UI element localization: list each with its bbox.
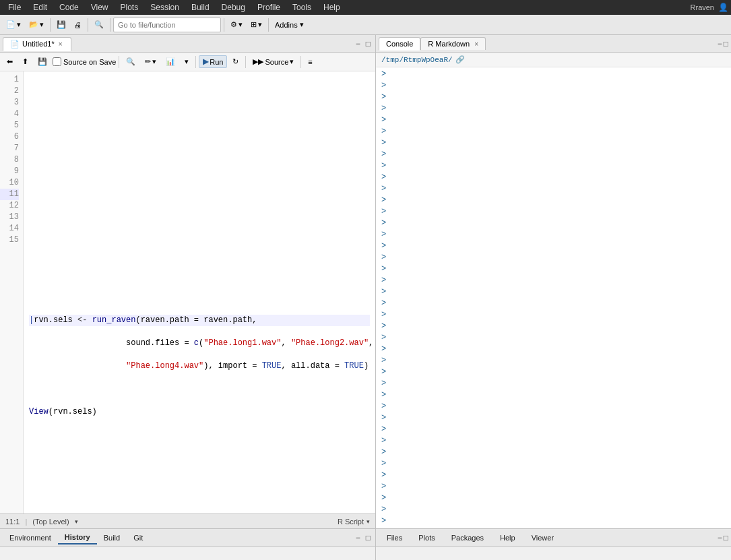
console-prompt-18: > [381,263,726,275]
code-line-7 [29,223,370,235]
code-content[interactable]: |rvn.sels <- run_raven(raven.path = rave… [24,71,375,514]
menu-profile[interactable]: Profile [252,1,286,13]
code-line-14 [29,383,370,395]
console-prompt-35: > [381,458,726,470]
tab-plots[interactable]: Plots [410,532,443,544]
rmarkdown-tab-close[interactable]: × [474,40,478,48]
menu-tools[interactable]: Tools [287,1,317,13]
tab-environment[interactable]: Environment [3,532,58,544]
go-back-button[interactable]: ⬅ [3,55,17,68]
new-file-icon: 📄 [6,20,15,29]
editor-tab-actions: − □ [354,38,373,49]
open-file-button[interactable]: 📂▾ [26,18,47,31]
more-options-button[interactable]: ≡ [304,56,316,68]
console-minimize-button[interactable]: − [718,39,722,49]
code-tools-button[interactable]: ✏▾ [141,55,160,68]
tab-history[interactable]: History [58,531,97,545]
new-file-button[interactable]: 📄▾ [3,18,24,31]
code-line-3 [29,131,370,143]
code-line-5 [29,177,370,189]
console-content[interactable]: > > > > > > > > > > > > > > > > > > > > … [376,67,731,528]
chunk-options-button[interactable]: ▾ [181,55,193,68]
editor-minimize-button[interactable]: − [354,38,362,49]
addins-dropdown[interactable]: Addins ▾ [272,18,307,31]
menu-build[interactable]: Build [186,1,215,13]
menu-help[interactable]: Help [318,1,346,13]
run-tools-button[interactable]: ⚙▾ [227,18,246,31]
status-sep: | [25,518,27,526]
rmarkdown-tab-label: R Markdown [428,40,470,48]
code-editor[interactable]: 12345 678910 11 12131415 |rvn.sels <- ru… [0,71,375,514]
script-type-dropdown-icon[interactable]: ▾ [367,518,370,525]
tab-files[interactable]: Files [379,532,410,544]
run-tools-icon: ⚙ [230,20,237,29]
ed-sep-1 [119,56,119,68]
console-prompt-29: > [381,390,726,401]
compile-button[interactable]: 📊 [162,55,179,68]
menu-session[interactable]: Session [145,1,185,13]
tab-help[interactable]: Help [492,532,523,544]
console-prompt-15: > [381,229,726,241]
editor-tab-close[interactable]: × [57,40,64,48]
menu-file[interactable]: File [3,1,26,13]
console-prompt-10: > [381,172,726,183]
code-line-6 [29,200,370,212]
source-button[interactable]: ▶▶ Source ▾ [249,55,298,68]
console-prompt-27: > [381,367,726,378]
editor-tab-untitled1[interactable]: 📄 Untitled1* × [3,37,71,51]
source-on-save-label[interactable]: Source on Save [53,57,116,66]
console-prompt-3: > [381,92,726,103]
addins-label: Addins [275,21,298,29]
console-prompt-19: > [381,275,726,286]
bottom-editor-minimize-button[interactable]: − [354,532,362,543]
console-prompt-34: > [381,447,726,458]
run-tools-dropdown: ▾ [239,20,243,29]
console-prompt-14: > [381,218,726,229]
console-prompt-1: > [381,69,726,80]
grid-view-button[interactable]: ⊞▾ [247,18,265,31]
console-prompt-31: > [381,412,726,424]
console-tab-rmarkdown[interactable]: R Markdown × [420,37,486,50]
console-bottom-minimize-button[interactable]: − [718,533,722,542]
console-bottom-maximize-button[interactable]: □ [724,533,728,542]
show-in-new-window-button[interactable]: ⬆ [18,55,32,68]
toolbar-sep-4 [224,18,224,32]
ed-sep-3 [245,56,246,68]
console-prompt-25: > [381,344,726,355]
level-dropdown-icon[interactable]: ▾ [75,518,78,525]
editor-maximize-button[interactable]: □ [364,38,373,49]
console-path: /tmp/RtmpWpOeaR/ [381,56,453,64]
run-button[interactable]: ▶ Run [199,55,227,68]
console-tab-actions: − □ [718,39,728,49]
source-on-save-checkbox[interactable] [53,57,61,66]
menu-debug[interactable]: Debug [216,1,251,13]
run-arrow-icon: ▶ [203,57,208,66]
menu-code[interactable]: Code [54,1,84,13]
find-replace-button[interactable]: 🔍 [122,55,139,68]
find-button[interactable]: 🔍 [91,18,107,31]
status-level[interactable]: (Top Level) [32,518,69,526]
goto-input[interactable] [113,18,221,32]
console-path-link-icon[interactable]: 🔗 [455,55,465,64]
menu-plots[interactable]: Plots [115,1,144,13]
console-prompt-8: > [381,149,726,160]
save-button[interactable]: 💾 [53,18,69,31]
editor-tab-bar: 📄 Untitled1* × − □ [0,35,375,53]
console-tab-console[interactable]: Console [379,37,420,51]
tab-build[interactable]: Build [97,532,127,544]
bottom-editor-maximize-button[interactable]: □ [364,532,373,543]
tab-packages[interactable]: Packages [443,532,492,544]
console-maximize-button[interactable]: □ [724,39,728,49]
tab-viewer[interactable]: Viewer [523,532,562,544]
save-editor-button[interactable]: 💾 [34,55,51,68]
print-button[interactable]: 🖨 [71,19,85,31]
tab-git[interactable]: Git [127,532,150,544]
console-prompt-9: > [381,160,726,172]
menu-view[interactable]: View [86,1,114,13]
bottom-tab-actions-editor: − □ [354,532,373,543]
menu-edit[interactable]: Edit [28,1,53,13]
rerun-icon: ↻ [232,57,239,66]
bottom-tab-bar-editor: Environment History Build Git − □ [0,529,375,547]
rerun-button[interactable]: ↻ [228,55,243,68]
console-tab-bar: Console R Markdown × − □ [376,35,731,53]
